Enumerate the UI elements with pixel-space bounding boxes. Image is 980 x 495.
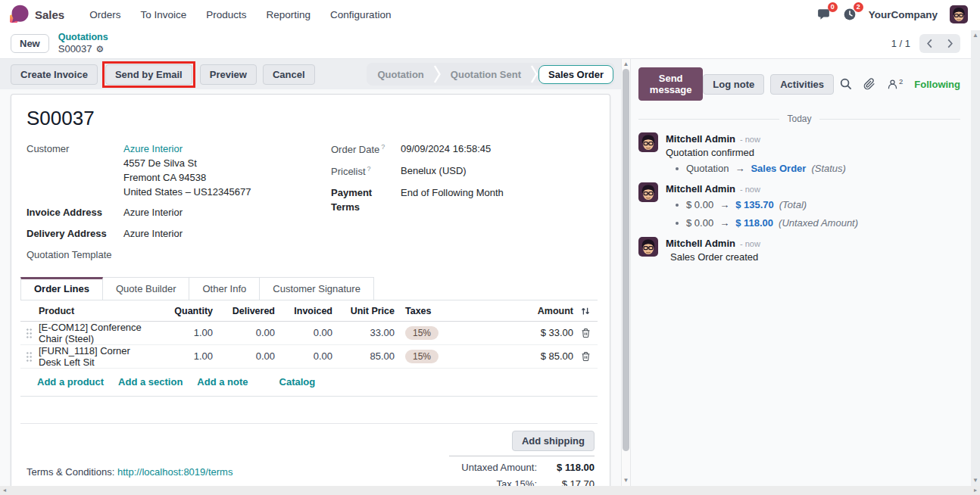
notebook-tabs: Order Lines Quote Builder Other Info Cus…: [20, 277, 598, 300]
delete-line-button[interactable]: [573, 351, 598, 362]
user-avatar[interactable]: [950, 5, 968, 23]
tab-order-lines[interactable]: Order Lines: [20, 277, 103, 300]
menu-orders[interactable]: Orders: [80, 9, 130, 20]
gear-icon[interactable]: ⚙: [96, 44, 105, 54]
scroll-up-icon[interactable]: ▲: [971, 33, 980, 39]
order-lines-header: Product Quantity Delivered Invoiced Unit…: [20, 300, 598, 322]
trash-icon: [581, 351, 591, 362]
tab-customer-signature[interactable]: Customer Signature: [260, 277, 374, 300]
chatter-message: Mitchell Admin - now Quotation confirmed…: [638, 132, 960, 174]
amount-cell[interactable]: $ 85.00: [469, 350, 573, 362]
tracking-value: $ 0.00 → $ 118.00 (Untaxed Amount): [676, 217, 858, 229]
drag-handle[interactable]: [20, 351, 37, 362]
cancel-button[interactable]: Cancel: [263, 64, 315, 85]
delete-line-button[interactable]: [573, 328, 598, 338]
quantity-cell[interactable]: 1.00: [143, 327, 213, 338]
delivery-address-field[interactable]: Azure Interior: [123, 227, 183, 241]
add-a-section-link[interactable]: Add a section: [118, 376, 183, 388]
tracking-old-value: Quotation: [686, 163, 729, 174]
order-title[interactable]: S00037: [27, 107, 598, 130]
catalog-link[interactable]: Catalog: [279, 376, 316, 388]
create-invoice-button[interactable]: Create Invoice: [11, 64, 98, 85]
add-a-product-link[interactable]: Add a product: [37, 376, 104, 388]
breadcrumb-quotations-link[interactable]: Quotations: [58, 32, 108, 43]
activities-count-badge: 2: [854, 2, 863, 12]
order-date-field[interactable]: 09/09/2024 16:58:45: [401, 142, 491, 157]
unit-price-cell[interactable]: 33.00: [332, 327, 395, 338]
form-scrollbar[interactable]: ▲ ▼: [621, 59, 631, 486]
tax-badge[interactable]: 15%: [405, 350, 439, 363]
chevron-separator-icon: [434, 64, 441, 84]
add-shipping-button[interactable]: Add shipping: [512, 431, 595, 451]
invoice-address-label: Invoice Address: [27, 206, 123, 220]
customer-address-line2: Fremont CA 94538: [123, 172, 206, 183]
scroll-right-icon[interactable]: ▸: [974, 487, 977, 493]
message-author[interactable]: Mitchell Admin: [666, 133, 735, 145]
send-message-button[interactable]: Send message: [638, 67, 703, 101]
scroll-left-icon[interactable]: ◂: [3, 487, 6, 493]
tab-quote-builder[interactable]: Quote Builder: [103, 277, 190, 300]
amount-cell[interactable]: $ 33.00: [469, 327, 573, 338]
invoiced-cell[interactable]: 0.00: [275, 327, 332, 338]
search-icon[interactable]: [840, 78, 852, 90]
customer-link[interactable]: Azure Interior: [123, 143, 183, 154]
activities-tray-button[interactable]: 2: [843, 8, 857, 21]
scrollbar-thumb[interactable]: [623, 69, 629, 451]
log-note-button[interactable]: Log note: [703, 74, 764, 95]
chevron-separator-icon: [531, 64, 538, 84]
pricelist-field[interactable]: Benelux (USD): [401, 164, 467, 179]
tab-other-info[interactable]: Other Info: [189, 277, 260, 300]
product-cell[interactable]: [E-COM12] Conference Chair (Steel): [37, 322, 143, 344]
pager-previous-button[interactable]: [919, 34, 940, 53]
menu-reporting[interactable]: Reporting: [257, 9, 321, 20]
invoice-address-field[interactable]: Azure Interior: [123, 206, 183, 220]
scroll-down-icon[interactable]: ▼: [971, 478, 980, 484]
quantity-cell[interactable]: 1.00: [143, 350, 213, 362]
date-divider-label: Today: [787, 114, 811, 124]
status-quotation[interactable]: Quotation: [367, 69, 433, 80]
following-toggle[interactable]: Following: [914, 79, 960, 90]
pager-next-button[interactable]: [940, 34, 960, 53]
tax-badge[interactable]: 15%: [405, 326, 439, 340]
tracking-field-name: (Total): [779, 199, 807, 210]
new-button[interactable]: New: [11, 34, 49, 53]
drag-handle[interactable]: [20, 328, 37, 338]
activities-button[interactable]: Activities: [770, 74, 834, 95]
bullet-icon: [676, 222, 679, 225]
paperclip-icon[interactable]: [863, 78, 875, 90]
payment-terms-field[interactable]: End of Following Month: [401, 186, 504, 215]
message-time: - now: [740, 135, 760, 144]
menu-to-invoice[interactable]: To Invoice: [130, 9, 196, 20]
menu-products[interactable]: Products: [196, 9, 256, 20]
status-sales-order-active[interactable]: Sales Order: [538, 65, 613, 84]
preview-button[interactable]: Preview: [200, 64, 257, 85]
tracking-old-value: $ 0.00: [686, 217, 713, 229]
tracking-new-value: $ 118.00: [735, 217, 773, 229]
scroll-down-icon[interactable]: ▼: [622, 478, 630, 484]
delivered-cell[interactable]: 0.00: [213, 327, 275, 338]
invoiced-cell[interactable]: 0.00: [275, 350, 332, 362]
messages-tray-button[interactable]: 0: [816, 8, 831, 21]
scroll-up-icon[interactable]: ▲: [622, 61, 630, 67]
message-author[interactable]: Mitchell Admin: [666, 183, 735, 195]
add-a-note-link[interactable]: Add a note: [197, 376, 248, 388]
company-name[interactable]: YourCompany: [869, 9, 938, 20]
statusbar: Quotation Quotation Sent Sales Order: [367, 63, 615, 86]
terms-link[interactable]: http://localhost:8019/terms: [117, 466, 233, 478]
delivered-cell[interactable]: 0.00: [213, 350, 275, 362]
optional-columns-button[interactable]: [573, 306, 598, 316]
menu-configuration[interactable]: Configuration: [320, 9, 401, 20]
horizontal-scrollbar[interactable]: ◂ ▸: [0, 486, 980, 495]
odoo-sales-window: Sales Orders To Invoice Products Reporti…: [0, 0, 980, 495]
followers-button[interactable]: 2: [887, 79, 903, 90]
status-quotation-sent[interactable]: Quotation Sent: [441, 69, 531, 80]
tracking-old-value: $ 0.00: [686, 199, 713, 210]
send-by-email-button[interactable]: Send by Email: [105, 64, 192, 85]
adjust-columns-icon: [580, 306, 591, 316]
product-cell[interactable]: [FURN_1118] Corner Desk Left Sit: [37, 345, 143, 368]
message-time: - now: [740, 185, 760, 194]
unit-price-cell[interactable]: 85.00: [332, 350, 395, 362]
apps-menu-button[interactable]: Sales: [6, 5, 80, 24]
window-scrollbar[interactable]: ▲ ▼: [971, 30, 980, 486]
message-author[interactable]: Mitchell Admin: [666, 238, 735, 249]
